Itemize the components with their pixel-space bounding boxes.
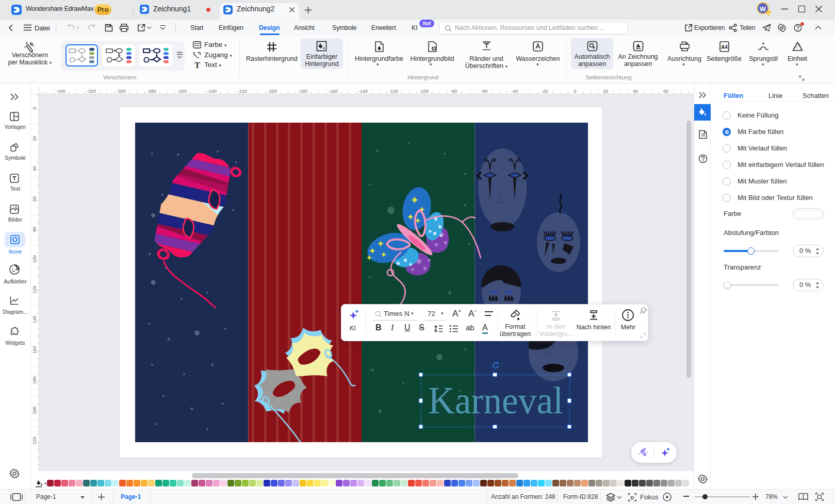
svg-text:T: T: [194, 61, 200, 69]
svg-text:A4: A4: [721, 44, 728, 50]
svg-text:D: D: [631, 495, 634, 500]
